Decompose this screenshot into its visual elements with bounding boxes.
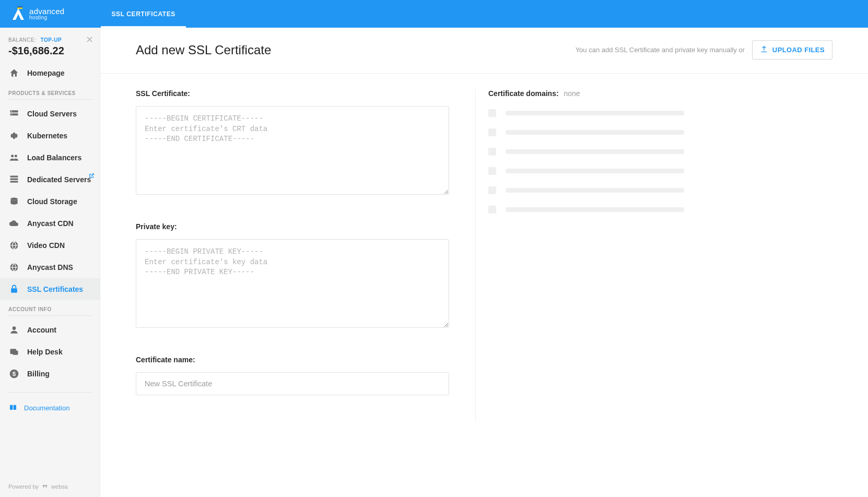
ssl-certificate-field: SSL Certificate: — [136, 89, 449, 196]
powered-label: Powered by — [8, 483, 39, 490]
private-key-field: Private key: — [136, 222, 449, 329]
nav-kubernetes[interactable]: Kubernetes — [0, 125, 100, 147]
book-icon — [8, 403, 18, 412]
svg-point-5 — [11, 114, 13, 115]
nav-label: Kubernetes — [27, 132, 67, 140]
cert-label: SSL Certificate: — [136, 89, 449, 98]
svg-rect-8 — [10, 176, 18, 178]
logo-icon — [10, 6, 26, 22]
tab-bar: SSL CERTIFICATES — [101, 0, 186, 28]
tab-label: SSL CERTIFICATES — [111, 10, 175, 18]
skeleton-row — [488, 148, 684, 156]
brand-sub: hosting — [29, 15, 64, 20]
svg-point-4 — [11, 111, 13, 112]
upload-label: UPLOAD FILES — [772, 46, 825, 54]
svg-point-6 — [11, 155, 14, 157]
skeleton-row — [488, 128, 684, 136]
nav-anycast-dns[interactable]: Anycast DNS — [0, 256, 100, 278]
helpdesk-icon — [8, 346, 20, 358]
users-icon — [8, 152, 20, 163]
svg-text:$: $ — [13, 370, 16, 377]
nav-anycast-cdn[interactable]: Anycast CDN — [0, 212, 100, 234]
nav-account[interactable]: Account — [0, 319, 100, 341]
powered-by: Powered by websa — [0, 476, 100, 497]
cloud-icon — [8, 218, 20, 229]
cloud-storage-icon — [8, 196, 20, 207]
svg-point-15 — [13, 326, 16, 330]
sidebar: ✕ BALANCE: TOP-UP -$16,686.22 Homepage P… — [0, 28, 100, 497]
svg-rect-1 — [17, 6, 22, 8]
name-input[interactable] — [136, 372, 449, 395]
domains-panel: Certificate domains: none — [475, 89, 684, 421]
close-icon[interactable]: ✕ — [86, 35, 93, 44]
dollar-icon: $ — [8, 368, 20, 380]
divider — [8, 392, 91, 393]
balance-box: ✕ BALANCE: TOP-UP -$16,686.22 — [0, 28, 100, 62]
documentation-link[interactable]: Documentation — [0, 400, 100, 416]
nav-label: Anycast DNS — [27, 263, 73, 271]
globe-icon — [8, 262, 20, 273]
certificate-name-field: Certificate name: — [136, 356, 449, 395]
page-description: You can add SSL Certificate and private … — [576, 46, 745, 54]
tab-ssl-certificates[interactable]: SSL CERTIFICATES — [101, 0, 186, 28]
svg-rect-9 — [10, 179, 18, 180]
svg-rect-20 — [10, 405, 13, 410]
nav-label: Cloud Servers — [27, 110, 77, 118]
svg-rect-14 — [11, 288, 17, 292]
nav-dedicated-servers[interactable]: Dedicated Servers — [0, 169, 100, 191]
nav-label: Homepage — [27, 69, 65, 77]
key-label: Private key: — [136, 222, 449, 231]
nav-billing[interactable]: $ Billing — [0, 363, 100, 385]
nav-homepage[interactable]: Homepage — [0, 62, 100, 84]
globe-icon — [8, 240, 20, 251]
nav-label: Dedicated Servers — [27, 175, 91, 184]
key-textarea[interactable] — [136, 239, 449, 328]
top-header: advanced hosting SSL CERTIFICATES — [0, 0, 868, 28]
svg-rect-21 — [14, 405, 16, 410]
nav-label: Help Desk — [27, 348, 63, 356]
nav-cloud-servers[interactable]: Cloud Servers — [0, 103, 100, 125]
svg-rect-10 — [10, 181, 18, 183]
brand-name: advanced — [29, 7, 64, 15]
external-link-icon — [89, 172, 95, 180]
documentation-label: Documentation — [24, 404, 69, 412]
cert-textarea[interactable] — [136, 106, 449, 195]
websa-icon — [42, 483, 48, 490]
home-icon — [8, 67, 20, 79]
nav-load-balancers[interactable]: Load Balancers — [0, 147, 100, 169]
nav-label: Cloud Storage — [27, 197, 77, 206]
page-title: Add new SSL Certificate — [136, 43, 271, 57]
nav-ssl-certificates[interactable]: SSL Certificates — [0, 278, 100, 300]
skeleton-row — [488, 109, 684, 117]
upload-icon — [760, 45, 768, 55]
balance-label: BALANCE: — [8, 37, 36, 43]
page-header: Add new SSL Certificate You can add SSL … — [100, 28, 868, 74]
nav-label: Billing — [27, 370, 50, 378]
nav-video-cdn[interactable]: Video CDN — [0, 234, 100, 256]
svg-point-7 — [15, 155, 17, 157]
powered-brand: websa — [51, 483, 68, 490]
nav-label: Video CDN — [27, 241, 65, 250]
section-account-header: ACCOUNT INFO — [8, 300, 91, 316]
nav-label: Account — [27, 326, 56, 334]
skeleton-row — [488, 206, 684, 214]
servers-icon — [8, 108, 20, 120]
section-products-header: PRODUCTS & SERVICES — [8, 84, 91, 100]
rack-icon — [8, 174, 20, 185]
upload-files-button[interactable]: UPLOAD FILES — [752, 40, 832, 60]
nav-cloud-storage[interactable]: Cloud Storage — [0, 191, 100, 212]
topup-link[interactable]: TOP-UP — [40, 37, 62, 43]
skeleton-row — [488, 167, 684, 175]
domains-label: Certificate domains: — [488, 89, 559, 98]
nav-label: SSL Certificates — [27, 285, 83, 293]
balance-amount: -$16,686.22 — [8, 45, 91, 57]
nav-helpdesk[interactable]: Help Desk — [0, 341, 100, 363]
brand-logo[interactable]: advanced hosting — [10, 6, 64, 22]
main-content: Add new SSL Certificate You can add SSL … — [100, 28, 868, 497]
nav-label: Anycast CDN — [27, 219, 74, 228]
person-icon — [8, 324, 20, 336]
nav-label: Load Balancers — [27, 153, 81, 162]
svg-rect-17 — [13, 351, 18, 355]
skeleton-row — [488, 186, 684, 194]
domains-value: none — [564, 89, 580, 98]
